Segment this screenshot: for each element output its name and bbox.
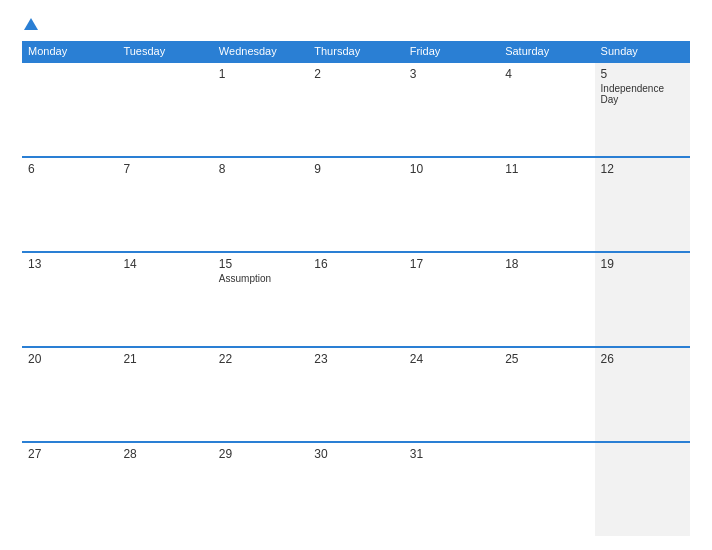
- cal-day-number: 30: [314, 447, 397, 461]
- cal-day-number: 18: [505, 257, 588, 271]
- cal-cell: 24: [404, 348, 499, 441]
- cal-cell: 10: [404, 158, 499, 251]
- cal-cell: 6: [22, 158, 117, 251]
- cal-day-number: 3: [410, 67, 493, 81]
- cal-day-number: 8: [219, 162, 302, 176]
- cal-cell: 26: [595, 348, 690, 441]
- cal-cell: 18: [499, 253, 594, 346]
- cal-week-3: 131415Assumption16171819: [22, 251, 690, 346]
- cal-cell: 7: [117, 158, 212, 251]
- cal-event-label: Independence Day: [601, 83, 684, 105]
- cal-cell: 8: [213, 158, 308, 251]
- cal-day-number: 4: [505, 67, 588, 81]
- cal-cell: 31: [404, 443, 499, 536]
- cal-cell: 22: [213, 348, 308, 441]
- cal-day-number: 25: [505, 352, 588, 366]
- cal-header-tuesday: Tuesday: [117, 41, 212, 61]
- cal-cell: 9: [308, 158, 403, 251]
- cal-cell: 12: [595, 158, 690, 251]
- cal-cell: 13: [22, 253, 117, 346]
- cal-cell: 5Independence Day: [595, 63, 690, 156]
- cal-header-monday: Monday: [22, 41, 117, 61]
- logo-triangle-icon: [24, 18, 38, 30]
- cal-day-number: 16: [314, 257, 397, 271]
- cal-day-number: 27: [28, 447, 111, 461]
- cal-cell: 1: [213, 63, 308, 156]
- cal-cell: 16: [308, 253, 403, 346]
- cal-day-number: 24: [410, 352, 493, 366]
- cal-day-number: 28: [123, 447, 206, 461]
- cal-header-wednesday: Wednesday: [213, 41, 308, 61]
- cal-cell: [499, 443, 594, 536]
- cal-header-saturday: Saturday: [499, 41, 594, 61]
- cal-day-number: 26: [601, 352, 684, 366]
- cal-day-number: 7: [123, 162, 206, 176]
- cal-header-thursday: Thursday: [308, 41, 403, 61]
- logo: [22, 18, 38, 31]
- cal-day-number: 31: [410, 447, 493, 461]
- cal-day-number: 15: [219, 257, 302, 271]
- cal-week-4: 20212223242526: [22, 346, 690, 441]
- cal-day-number: 17: [410, 257, 493, 271]
- cal-cell: 29: [213, 443, 308, 536]
- cal-cell: 21: [117, 348, 212, 441]
- cal-cell: 2: [308, 63, 403, 156]
- cal-day-number: 14: [123, 257, 206, 271]
- cal-day-number: 20: [28, 352, 111, 366]
- cal-cell: 11: [499, 158, 594, 251]
- cal-day-number: 13: [28, 257, 111, 271]
- cal-cell: 19: [595, 253, 690, 346]
- cal-header-sunday: Sunday: [595, 41, 690, 61]
- cal-day-number: 1: [219, 67, 302, 81]
- cal-day-number: 10: [410, 162, 493, 176]
- cal-day-number: 19: [601, 257, 684, 271]
- cal-day-number: 5: [601, 67, 684, 81]
- cal-day-number: 21: [123, 352, 206, 366]
- cal-day-number: 29: [219, 447, 302, 461]
- cal-event-label: Assumption: [219, 273, 302, 284]
- cal-day-number: 2: [314, 67, 397, 81]
- cal-cell: 25: [499, 348, 594, 441]
- cal-cell: 23: [308, 348, 403, 441]
- cal-day-number: 22: [219, 352, 302, 366]
- cal-cell: 3: [404, 63, 499, 156]
- cal-week-1: 12345Independence Day: [22, 61, 690, 156]
- cal-day-number: 23: [314, 352, 397, 366]
- cal-cell: 27: [22, 443, 117, 536]
- calendar-body: 12345Independence Day6789101112131415Ass…: [22, 61, 690, 536]
- cal-cell: 4: [499, 63, 594, 156]
- cal-cell: 15Assumption: [213, 253, 308, 346]
- cal-day-number: 9: [314, 162, 397, 176]
- cal-week-2: 6789101112: [22, 156, 690, 251]
- cal-cell: 17: [404, 253, 499, 346]
- cal-day-number: 12: [601, 162, 684, 176]
- calendar-header-row: MondayTuesdayWednesdayThursdayFridaySatu…: [22, 41, 690, 61]
- cal-cell: [595, 443, 690, 536]
- cal-cell: 28: [117, 443, 212, 536]
- cal-cell: [22, 63, 117, 156]
- cal-day-number: 6: [28, 162, 111, 176]
- cal-week-5: 2728293031: [22, 441, 690, 536]
- cal-cell: 14: [117, 253, 212, 346]
- calendar: MondayTuesdayWednesdayThursdayFridaySatu…: [22, 41, 690, 536]
- cal-header-friday: Friday: [404, 41, 499, 61]
- cal-cell: 30: [308, 443, 403, 536]
- cal-day-number: 11: [505, 162, 588, 176]
- cal-cell: 20: [22, 348, 117, 441]
- cal-cell: [117, 63, 212, 156]
